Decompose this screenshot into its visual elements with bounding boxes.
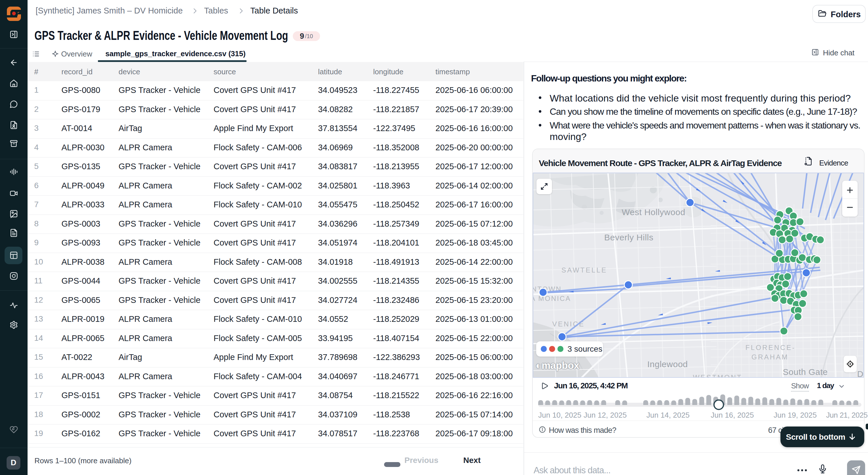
svg-text:WESTMONT: WESTMONT [693,373,742,378]
svg-text:West Hollywood: West Hollywood [622,207,685,217]
svg-text:VENICE: VENICE [552,320,585,328]
svg-text:SAWTELLE: SAWTELLE [561,266,607,274]
svg-text:FLORENCE-: FLORENCE- [745,344,796,351]
svg-text:South Gate: South Gate [783,367,828,377]
svg-text:Inglewood: Inglewood [647,360,688,369]
svg-text:D: D [857,369,863,378]
svg-text:GRAHAM: GRAHAM [751,353,788,361]
svg-text:Beverly Hills: Beverly Hills [604,233,654,242]
svg-text:A MONICA: A MONICA [533,295,571,302]
